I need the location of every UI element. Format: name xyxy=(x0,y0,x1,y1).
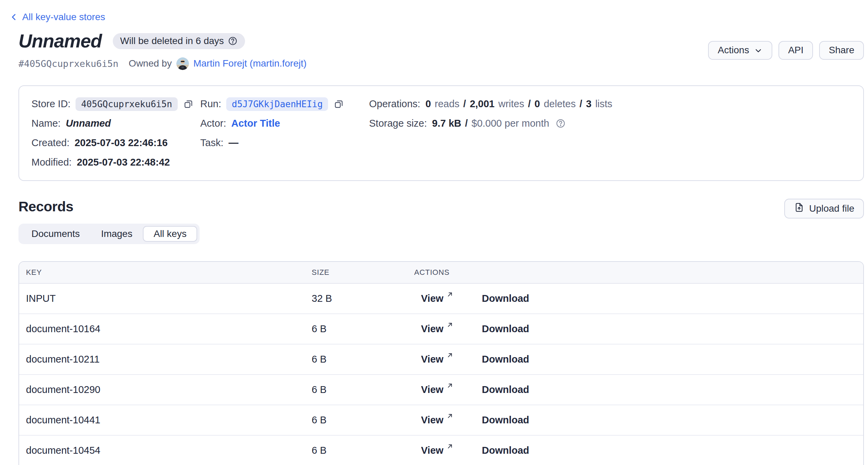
modified-value: 2025-07-03 22:48:42 xyxy=(77,157,170,168)
info-card-column-2: Run: d5J7GKkjDaenHEIig Actor: Actor Titl… xyxy=(200,94,369,172)
store-id-value: 405GQcuprxeku6i5n xyxy=(76,97,177,111)
share-button[interactable]: Share xyxy=(819,41,864,60)
table-row: INPUT 32 B View Download xyxy=(19,284,863,314)
column-header-key: KEY xyxy=(19,268,312,277)
chevron-down-icon xyxy=(754,46,763,55)
record-size: 32 B xyxy=(312,293,414,304)
owned-by-label: Owned by xyxy=(129,58,172,69)
download-link[interactable]: Download xyxy=(482,445,529,456)
column-header-actions: ACTIONS xyxy=(414,268,863,277)
tab-all-keys[interactable]: All keys xyxy=(143,226,197,242)
actions-button[interactable]: Actions xyxy=(708,41,772,60)
table-row: document-10290 6 B View Download xyxy=(19,375,863,405)
download-link[interactable]: Download xyxy=(482,354,529,365)
actor-label: Actor: xyxy=(200,118,226,129)
record-key: document-10290 xyxy=(19,384,312,395)
table-row: document-10164 6 B View Download xyxy=(19,314,863,344)
upload-file-button[interactable]: Upload file xyxy=(784,199,864,219)
external-link-icon xyxy=(446,352,453,359)
view-link[interactable]: View xyxy=(421,445,482,456)
record-size: 6 B xyxy=(312,445,414,456)
storage-size-value: 9.7 kB / $0.000 per month xyxy=(432,118,549,129)
upload-file-icon xyxy=(794,202,804,215)
tab-documents[interactable]: Documents xyxy=(21,226,91,242)
record-size: 6 B xyxy=(312,384,414,395)
owner-link[interactable]: Martin Forejt (martin.forejt) xyxy=(193,58,307,69)
column-header-size: SIZE xyxy=(312,268,414,277)
view-link[interactable]: View xyxy=(421,414,482,426)
task-label: Task: xyxy=(200,137,223,149)
external-link-icon xyxy=(446,321,453,328)
header-buttons: Actions API Share xyxy=(708,41,864,60)
external-link-icon xyxy=(446,382,453,389)
header-left: Unnamed Will be deleted in 6 days #405GQ… xyxy=(18,30,307,70)
api-button[interactable]: API xyxy=(778,41,813,60)
operations-value: 0 reads / 2,001 writes / 0 deletes / 3 l… xyxy=(425,98,612,110)
record-size: 6 B xyxy=(312,323,414,335)
external-link-icon xyxy=(446,443,453,450)
avatar xyxy=(176,57,189,70)
deletion-badge-label: Will be deleted in 6 days xyxy=(120,36,224,46)
table-header: KEY SIZE ACTIONS xyxy=(19,262,863,284)
table-row: document-10441 6 B View Download xyxy=(19,405,863,436)
record-key: INPUT xyxy=(19,293,312,304)
run-id-link[interactable]: d5J7GKkjDaenHEIig xyxy=(226,97,328,111)
view-link[interactable]: View xyxy=(421,323,482,335)
help-circle-icon[interactable] xyxy=(228,36,238,46)
external-link-icon xyxy=(446,291,453,298)
record-key: document-10211 xyxy=(19,354,312,365)
breadcrumb-label[interactable]: All key-value stores xyxy=(22,12,105,23)
task-value: — xyxy=(229,137,239,149)
record-key: document-10454 xyxy=(19,445,312,456)
records-heading: Records xyxy=(18,199,200,215)
records-section-header: Records Documents Images All keys Upload… xyxy=(18,199,864,244)
storage-size-label: Storage size: xyxy=(369,118,427,129)
help-circle-icon[interactable] xyxy=(556,118,566,128)
info-card-column-3: Operations: 0 reads / 2,001 writes / 0 d… xyxy=(369,94,863,172)
page-title: Unnamed xyxy=(18,30,102,52)
record-key: document-10441 xyxy=(19,414,312,426)
name-value: Unnamed xyxy=(66,118,111,129)
owner-line: Owned by Martin Forejt (martin.forejt) xyxy=(129,57,307,70)
download-link[interactable]: Download xyxy=(482,293,529,304)
record-size: 6 B xyxy=(312,354,414,365)
copy-icon[interactable] xyxy=(184,99,193,109)
page-header: Unnamed Will be deleted in 6 days #405GQ… xyxy=(18,30,864,70)
info-card-column-1: Store ID: 405GQcuprxeku6i5n Name: Unname… xyxy=(31,94,200,172)
modified-label: Modified: xyxy=(31,157,72,168)
view-link[interactable]: View xyxy=(421,354,482,365)
breadcrumb[interactable]: All key-value stores xyxy=(9,12,105,23)
view-link[interactable]: View xyxy=(421,384,482,395)
actions-button-label: Actions xyxy=(718,45,749,56)
table-row: document-10454 6 B View Download xyxy=(19,436,863,465)
share-button-label: Share xyxy=(829,45,854,56)
operations-label: Operations: xyxy=(369,98,420,110)
view-link[interactable]: View xyxy=(421,293,482,304)
tab-images[interactable]: Images xyxy=(91,226,143,242)
store-hash: #405GQcuprxeku6i5n xyxy=(18,58,119,69)
store-info-card: Store ID: 405GQcuprxeku6i5n Name: Unname… xyxy=(18,85,864,181)
created-value: 2025-07-03 22:46:16 xyxy=(74,137,167,149)
download-link[interactable]: Download xyxy=(482,323,529,335)
deletion-badge: Will be deleted in 6 days xyxy=(113,33,245,49)
name-label: Name: xyxy=(31,118,60,129)
record-key: document-10164 xyxy=(19,323,312,335)
api-button-label: API xyxy=(788,45,803,56)
run-label: Run: xyxy=(200,98,221,110)
created-label: Created: xyxy=(31,137,69,149)
download-link[interactable]: Download xyxy=(482,414,529,426)
table-row: document-10211 6 B View Download xyxy=(19,344,863,375)
download-link[interactable]: Download xyxy=(482,384,529,395)
external-link-icon xyxy=(446,412,453,420)
records-table: KEY SIZE ACTIONS INPUT 32 B View Downloa… xyxy=(18,261,864,465)
records-tabs: Documents Images All keys xyxy=(18,224,200,244)
actor-link[interactable]: Actor Title xyxy=(231,118,280,129)
chevron-left-icon xyxy=(9,12,19,22)
copy-icon[interactable] xyxy=(334,99,344,109)
store-id-label: Store ID: xyxy=(31,98,70,110)
record-size: 6 B xyxy=(312,414,414,426)
upload-file-label: Upload file xyxy=(809,203,854,214)
